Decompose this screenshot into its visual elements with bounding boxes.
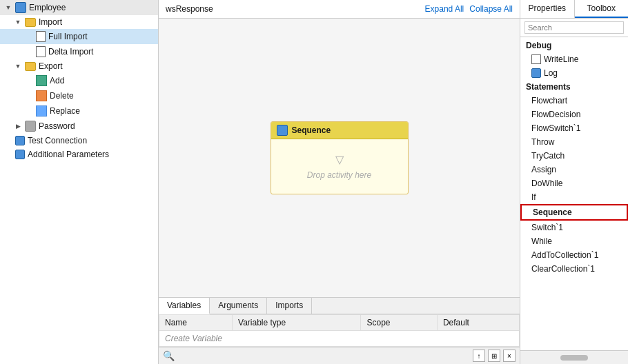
employee-icon	[15, 2, 26, 13]
right-panel-scrollbar	[520, 350, 628, 364]
toolbox-label-sequence: Sequence	[533, 208, 572, 217]
table-row-create[interactable]: Create Variable	[159, 331, 520, 347]
variables-panel: Variables Arguments Imports Name Variabl…	[159, 297, 520, 364]
sidebar: ▼ Employee ▼ Import ▶ Full Import ▶ Delt…	[0, 0, 159, 364]
toolbox-label-switch1: Switch`1	[531, 223, 563, 232]
toolbox-label-assign: Assign	[531, 165, 556, 174]
sidebar-label-full-import: Full Import	[48, 32, 88, 41]
expander-export[interactable]: ▼	[14, 62, 22, 70]
toolbox-item-throw[interactable]: Throw	[520, 135, 628, 149]
var-close-button[interactable]: ×	[503, 350, 516, 362]
sequence-box: Sequence ▽ Drop activity here	[271, 121, 409, 194]
expander-import[interactable]: ▼	[14, 18, 22, 26]
toolbox-label-flowdecision: FlowDecision	[531, 110, 580, 119]
right-tabs: Properties Toolbox	[520, 0, 628, 19]
toolbox-section-debug: Debug	[520, 39, 628, 52]
toolbox-item-while[interactable]: While	[520, 234, 628, 248]
search-icon[interactable]: 🔍	[163, 350, 175, 361]
toolbox-item-switch1[interactable]: Switch`1	[520, 221, 628, 234]
tab-variables[interactable]: Variables	[159, 298, 210, 314]
col-variable-type: Variable type	[233, 315, 361, 331]
toolbox-item-flowswitch1[interactable]: FlowSwitch`1	[520, 121, 628, 135]
toolbox-item-log[interactable]: Log	[520, 66, 628, 80]
delete-icon	[36, 90, 47, 101]
canvas-toolbar: wsResponse Expand All Collapse All	[159, 0, 520, 19]
sequence-body[interactable]: ▽ Drop activity here	[271, 139, 408, 194]
toolbox-label-flowswitch1: FlowSwitch`1	[531, 123, 580, 133]
create-variable-cell[interactable]: Create Variable	[159, 331, 520, 347]
sidebar-item-password[interactable]: ▶ Password	[0, 119, 158, 134]
log-icon	[531, 68, 541, 78]
toolbox-item-dowhile[interactable]: DoWhile	[520, 176, 628, 190]
collapse-all-button[interactable]: Collapse All	[469, 4, 513, 14]
tab-toolbox[interactable]: Toolbox	[575, 0, 629, 18]
toolbox-section-statements: Statements	[520, 80, 628, 94]
sidebar-item-additional-parameters[interactable]: ▶ Additional Parameters	[0, 148, 158, 161]
toolbox-label-trycatch: TryCatch	[531, 151, 565, 161]
scrollbar-thumb[interactable]	[560, 355, 588, 361]
tab-properties[interactable]: Properties	[520, 0, 575, 18]
toolbox-label-writeline: WriteLine	[544, 54, 578, 64]
toolbox-item-assign[interactable]: Assign	[520, 163, 628, 176]
variables-table: Name Variable type Scope Default Create …	[159, 314, 520, 347]
sidebar-item-full-import[interactable]: ▶ Full Import	[0, 29, 158, 44]
toolbox-label-dowhile: DoWhile	[531, 179, 562, 188]
main-layout: ▼ Employee ▼ Import ▶ Full Import ▶ Delt…	[0, 0, 628, 364]
add-icon	[36, 75, 47, 86]
sidebar-label-password: Password	[39, 121, 75, 131]
toolbox-search-input[interactable]	[524, 21, 624, 34]
tab-imports[interactable]: Imports	[267, 298, 312, 314]
col-name: Name	[159, 315, 233, 331]
sequence-header: Sequence	[271, 122, 408, 139]
canvas-content: Sequence ▽ Drop activity here	[159, 19, 520, 297]
toolbox-label-throw: Throw	[531, 137, 554, 147]
variables-table-wrap: Name Variable type Scope Default Create …	[159, 314, 520, 347]
toolbox-item-flowdecision[interactable]: FlowDecision	[520, 108, 628, 121]
canvas-ws-response-label: wsResponse	[166, 4, 213, 14]
toolbox-item-clearcollection1[interactable]: ClearCollection`1	[520, 262, 628, 276]
tab-arguments[interactable]: Arguments	[210, 298, 267, 314]
sidebar-label-delta-import: Delta Import	[48, 47, 93, 57]
toolbox-label-addtocollection1: AddToCollection`1	[531, 250, 598, 260]
sidebar-item-delta-import[interactable]: ▶ Delta Import	[0, 44, 158, 59]
var-expand-button[interactable]: ↑	[473, 350, 485, 362]
toolbox-item-writeline[interactable]: WriteLine	[520, 52, 628, 66]
col-default: Default	[437, 315, 519, 331]
delta-import-icon	[36, 46, 46, 57]
expander-password[interactable]: ▶	[14, 122, 22, 130]
variables-tabs: Variables Arguments Imports	[159, 298, 520, 314]
toolbox-item-flowchart[interactable]: Flowchart	[520, 94, 628, 108]
variables-bottom-bar: 🔍 ↑ ⊞ ×	[159, 347, 520, 364]
sidebar-item-export[interactable]: ▼ Export	[0, 59, 158, 73]
var-collapse-button[interactable]: ⊞	[488, 350, 500, 362]
drop-triangle-icon: ▽	[335, 153, 344, 166]
toolbox-item-sequence[interactable]: Sequence	[520, 204, 628, 221]
export-folder-icon	[25, 62, 36, 71]
writeline-icon	[531, 54, 541, 64]
sidebar-item-import[interactable]: ▼ Import	[0, 15, 158, 29]
sidebar-label-replace: Replace	[50, 106, 80, 116]
col-scope: Scope	[361, 315, 437, 331]
toolbox-label-flowchart: Flowchart	[531, 96, 567, 105]
expand-all-button[interactable]: Expand All	[425, 4, 464, 14]
sidebar-label-test-connection: Test Connection	[28, 136, 87, 145]
test-connection-icon	[15, 136, 25, 145]
sidebar-label-add: Add	[50, 76, 64, 85]
sidebar-label-export: Export	[39, 61, 63, 71]
sidebar-label-employee: Employee	[29, 3, 66, 12]
sidebar-item-replace[interactable]: ▶ Replace	[0, 103, 158, 119]
sequence-label: Sequence	[292, 125, 331, 135]
drop-hint-text: Drop activity here	[307, 170, 371, 180]
sidebar-item-add[interactable]: ▶ Add	[0, 73, 158, 88]
toolbox-item-trycatch[interactable]: TryCatch	[520, 149, 628, 163]
sidebar-item-delete[interactable]: ▶ Delete	[0, 88, 158, 103]
toolbox-item-if[interactable]: If	[520, 190, 628, 204]
sequence-icon	[277, 125, 288, 136]
sidebar-item-employee[interactable]: ▼ Employee	[0, 0, 158, 15]
toolbox-item-addtocollection1[interactable]: AddToCollection`1	[520, 248, 628, 262]
toolbox-label-while: While	[531, 236, 552, 246]
additional-parameters-icon	[15, 150, 25, 159]
sidebar-item-test-connection[interactable]: ▶ Test Connection	[0, 134, 158, 148]
expander-employee[interactable]: ▼	[4, 3, 12, 12]
import-folder-icon	[25, 18, 36, 27]
